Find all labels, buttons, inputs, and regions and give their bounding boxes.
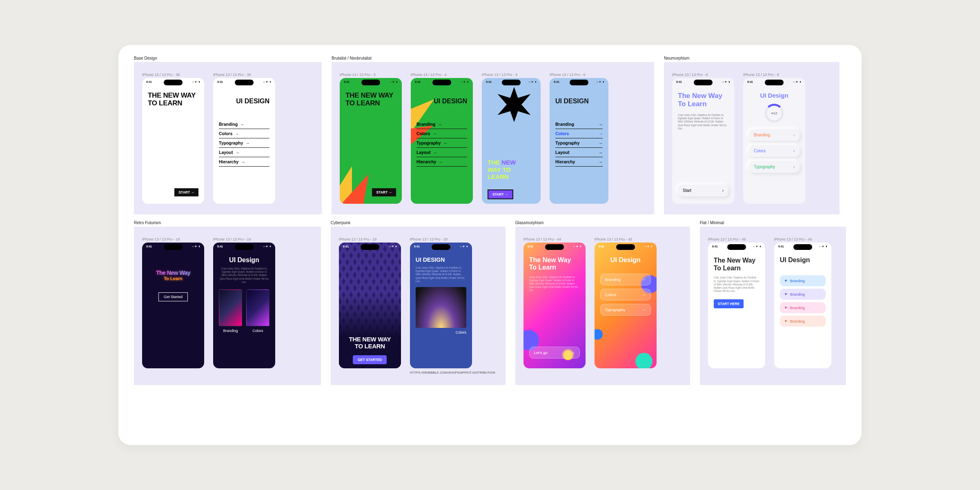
- section-flat: Flat / Minimal iPhone 13 / 13 Pro - 49 9…: [700, 227, 846, 385]
- frame[interactable]: iPhone 13 / 13 Pro - 49 9:41◦◦ ᯤ ▮ The N…: [708, 237, 765, 368]
- section-label: Neumorphism: [664, 56, 692, 60]
- start-button[interactable]: Let's go→: [529, 347, 580, 359]
- page-title: UI DESIGN: [219, 98, 270, 105]
- section-base: Base Design iPhone 13 / 13 Pro - 38 9:41…: [134, 62, 322, 214]
- frame[interactable]: iPhone 13 / 13 Pro - 19 9:41◦◦ ᯤ ▮ THE N…: [339, 237, 401, 374]
- start-button[interactable]: GET STARTED: [353, 355, 387, 364]
- menu-item[interactable]: Branding→: [600, 274, 651, 285]
- frame[interactable]: iPhone 13 / 13 Pro - 49 9:41◦◦ ᯤ ▮ UI De…: [774, 237, 831, 368]
- credit-text: HTTPS://DRIBBBLE.COM/SHOPS/APPKIT-DISTRI…: [410, 371, 495, 374]
- menu-item[interactable]: Typography→: [219, 138, 270, 148]
- section-cyberpunk: Cyberpunk iPhone 13 / 13 Pro - 19 9:41◦◦…: [331, 227, 506, 385]
- page-title: UI Design: [600, 256, 651, 264]
- hero-subtitle: To Learn: [148, 276, 198, 281]
- page-title: UI Design: [780, 256, 826, 264]
- card[interactable]: Colors: [246, 290, 270, 333]
- hero-body: Cras Justo Odio, Dapibus Ac Facilisis In…: [529, 276, 580, 292]
- frame[interactable]: iPhone 13 / 13 Pro - 9 9:41◦◦ ᯤ ▮ UI Des…: [743, 73, 805, 204]
- section-label: Base Design: [134, 56, 160, 60]
- sparkle-icon: ✦: [784, 292, 788, 297]
- menu-item[interactable]: Layout→: [416, 148, 467, 157]
- arrow-icon: →: [432, 131, 437, 136]
- page-title: UI DESIGN: [555, 98, 603, 105]
- arrow-icon: →: [235, 150, 239, 155]
- menu-item[interactable]: ✦Branding: [780, 316, 826, 327]
- menu-item[interactable]: Branding→: [555, 120, 603, 129]
- menu-item[interactable]: Branding→: [219, 120, 270, 129]
- frame[interactable]: iPhone 13 / 13 Pro - 4 9:41◦◦ ᯤ ▮ UI DES…: [411, 73, 473, 204]
- card-label: Colors: [416, 330, 466, 334]
- sparkle-icon: ✦: [784, 305, 788, 310]
- menu-item[interactable]: Typography→: [600, 304, 651, 316]
- section-label: Flat / Minimal: [700, 220, 726, 225]
- menu-item[interactable]: ✦Branding: [780, 289, 826, 300]
- arrow-icon: →: [642, 292, 646, 297]
- menu-item[interactable]: Colors→: [600, 289, 651, 301]
- menu-item[interactable]: Colors→: [416, 129, 467, 138]
- frame[interactable]: iPhone 13 / 13 Pro - 45 9:41◦◦ ᯤ ▮ UI De…: [595, 237, 657, 368]
- sparkle-icon: ✦: [784, 318, 788, 324]
- card[interactable]: Branding: [219, 290, 242, 333]
- menu-item[interactable]: Hierarchy→: [555, 157, 603, 167]
- menu-item[interactable]: Colors→: [219, 129, 270, 138]
- start-button[interactable]: START →: [174, 188, 198, 196]
- frame[interactable]: iPhone 13 / 13 Pro - 20 9:41◦◦ ᯤ ▮ UI DE…: [410, 237, 495, 374]
- hero-body: Cras Justo Odio, Dapibus Ac Facilisis In…: [678, 114, 728, 130]
- menu-item[interactable]: Branding›: [749, 129, 800, 141]
- arrow-icon: →: [599, 150, 603, 155]
- menu-item[interactable]: Typography→: [555, 138, 603, 148]
- frame[interactable]: iPhone 13 / 13 Pro - 8 9:41◦◦ ᯤ ▮ The Ne…: [672, 73, 734, 204]
- hero-title: The New Way To Learn: [529, 256, 580, 272]
- frame[interactable]: iPhone 13 / 13 Pro - 44 9:41◦◦ ᯤ ▮ The N…: [523, 237, 586, 368]
- page-title: UI DESIGN: [416, 98, 467, 105]
- chevron-icon: ›: [722, 188, 724, 193]
- menu-item[interactable]: Hierarchy→: [219, 157, 270, 167]
- section-label: Brutalist / Neobrutalist: [332, 56, 374, 60]
- frame[interactable]: iPhone 13 / 13 Pro - 39 9:41◦◦ ᯤ ▮ UI DE…: [213, 73, 275, 204]
- progress-ring: 4/12: [765, 104, 784, 122]
- section-retro: Retro Futurism iPhone 13 / 13 Pro - 18 9…: [134, 227, 321, 385]
- start-button[interactable]: Get Started: [158, 292, 188, 301]
- sparkle-icon: ✦: [784, 278, 788, 283]
- menu-item[interactable]: Colors→: [555, 129, 603, 138]
- arrow-icon: →: [235, 131, 239, 136]
- start-button[interactable]: START HERE: [714, 299, 744, 308]
- menu-item[interactable]: ✦Branding: [780, 275, 826, 286]
- frame[interactable]: iPhone 13 / 13 Pro - 5 9:41◦◦ ᯤ ▮ THE NE…: [482, 73, 541, 204]
- section-label: Retro Futurism: [134, 220, 163, 225]
- frame[interactable]: iPhone 13 / 13 Pro - 3 9:41◦◦ ᯤ ▮ THE NE…: [340, 73, 402, 204]
- card[interactable]: [416, 287, 466, 328]
- arrow-icon: →: [443, 141, 447, 145]
- page-title: UI DESIGN: [416, 256, 466, 263]
- start-button[interactable]: Start›: [678, 185, 728, 196]
- menu-item[interactable]: Layout→: [219, 148, 270, 157]
- menu-item[interactable]: Branding→: [416, 120, 467, 129]
- frame[interactable]: iPhone 13 / 13 Pro - 38 9:41◦◦ ᯤ ▮ THE N…: [142, 73, 204, 204]
- section-brutalist: Brutalist / Neobrutalist iPhone 13 / 13 …: [332, 62, 654, 214]
- start-button[interactable]: START →: [488, 189, 513, 199]
- frame[interactable]: iPhone 13 / 13 Pro - 6 9:41◦◦ ᯤ ▮ UI DES…: [550, 73, 608, 204]
- menu-item[interactable]: ✦Branding: [780, 302, 826, 313]
- hero-body: Cras Justo Odio, Dapibus Ac Facilisis In…: [219, 267, 270, 284]
- menu-item[interactable]: Typography›: [749, 161, 800, 173]
- start-button[interactable]: START →: [372, 188, 396, 196]
- page-title: UI Design: [749, 92, 800, 99]
- arrow-icon: →: [241, 160, 245, 164]
- section-label: Cyberpunk: [331, 220, 353, 225]
- menu-item[interactable]: Hierarchy→: [416, 157, 467, 167]
- arrow-icon: →: [642, 277, 646, 282]
- menu-item[interactable]: Colors›: [749, 145, 800, 157]
- chevron-icon: ›: [793, 133, 795, 137]
- section-label: Glassmorphism: [515, 220, 546, 225]
- hero-title: The New Way: [148, 270, 198, 276]
- hero-title: THE NEW WAY TO LEARN: [488, 159, 516, 180]
- menu-item[interactable]: Typography→: [416, 138, 467, 148]
- arrow-icon: →: [642, 307, 646, 312]
- hero-body: Cras Justo Odio, Dapibus Ac Facilisis In…: [416, 266, 466, 283]
- chevron-icon: ›: [793, 165, 795, 169]
- chevron-icon: ›: [793, 149, 795, 153]
- menu-item[interactable]: Layout→: [555, 148, 603, 157]
- frame[interactable]: iPhone 13 / 13 Pro - 18 9:41◦◦ ᯤ ▮ The N…: [142, 237, 204, 368]
- frame[interactable]: iPhone 13 / 13 Pro - 19 9:41◦◦ ᯤ ▮ UI De…: [213, 237, 275, 368]
- section-neumorphism: Neumorphism iPhone 13 / 13 Pro - 8 9:41◦…: [664, 62, 840, 214]
